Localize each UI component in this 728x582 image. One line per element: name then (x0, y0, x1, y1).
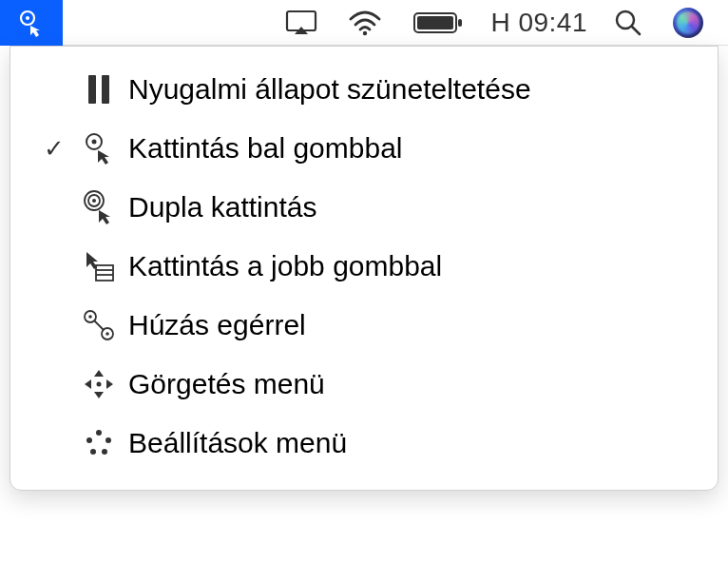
menu-item-left-click[interactable]: ✓ Kattintás bal gombbal (10, 119, 718, 178)
svg-rect-10 (102, 75, 109, 104)
svg-point-20 (88, 315, 92, 319)
svg-point-29 (102, 449, 107, 455)
menu-item-double-click[interactable]: Dupla kattintás (10, 178, 718, 237)
search-icon[interactable] (599, 0, 658, 46)
svg-rect-6 (458, 19, 462, 27)
svg-rect-9 (88, 75, 96, 104)
scroll-icon (75, 368, 123, 400)
right-click-icon (75, 248, 123, 284)
svg-point-1 (26, 16, 29, 20)
checkmark-icon: ✓ (33, 134, 75, 164)
dwell-click-menubar-icon[interactable] (0, 0, 63, 46)
left-click-icon (75, 131, 123, 165)
menu-item-scroll[interactable]: Görgetés menü (10, 355, 718, 414)
svg-point-3 (363, 30, 367, 34)
svg-point-15 (92, 199, 96, 203)
svg-point-27 (105, 437, 111, 443)
svg-point-26 (86, 437, 92, 443)
menu-item-drag[interactable]: Húzás egérrel (10, 296, 718, 355)
svg-point-23 (105, 332, 109, 336)
svg-point-25 (96, 430, 102, 436)
dwell-control-dropdown: Nyugalmi állapot szüneteltetése ✓ Kattin… (10, 46, 718, 491)
siri-icon[interactable] (658, 0, 718, 46)
svg-rect-16 (96, 265, 113, 281)
menubar-time[interactable]: H 09:41 (479, 8, 599, 38)
menu-item-label: Beállítások menü (123, 427, 347, 459)
pause-icon (75, 73, 123, 106)
menu-item-right-click[interactable]: Kattintás a jobb gombbal (10, 237, 718, 296)
svg-point-28 (90, 449, 96, 455)
airplay-icon[interactable] (270, 0, 333, 46)
svg-point-24 (97, 382, 102, 387)
svg-rect-5 (417, 16, 453, 29)
drag-icon (75, 307, 123, 343)
menu-item-label: Görgetés menü (123, 368, 325, 400)
menu-item-options[interactable]: Beállítások menü (10, 414, 718, 473)
menu-item-label: Dupla kattintás (123, 191, 316, 223)
svg-line-8 (632, 27, 640, 34)
double-click-icon (75, 189, 123, 225)
menu-item-label: Kattintás bal gombbal (123, 132, 403, 165)
wifi-icon[interactable] (333, 0, 397, 46)
options-icon (75, 427, 123, 459)
menu-item-label: Húzás egérrel (123, 309, 306, 341)
svg-line-21 (94, 320, 104, 330)
menu-item-label: Kattintás a jobb gombbal (123, 250, 442, 282)
menu-item-pause[interactable]: Nyugalmi állapot szüneteltetése (10, 60, 718, 119)
menubar: H 09:41 (0, 0, 728, 46)
menu-item-label: Nyugalmi állapot szüneteltetése (123, 73, 531, 106)
battery-icon[interactable] (397, 0, 479, 46)
svg-point-12 (92, 140, 97, 145)
